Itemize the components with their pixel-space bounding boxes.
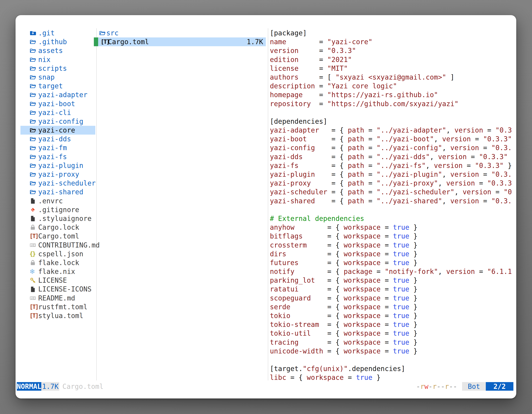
list-item-flake.lock[interactable]: flake.lock (20, 258, 95, 267)
list-item-yazi-fm[interactable]: yazi-fm (20, 143, 95, 152)
preview-line (270, 356, 515, 364)
list-item-stylua.toml[interactable]: [T]stylua.toml (20, 311, 95, 320)
preview-line: name = "yazi-core" (270, 38, 515, 46)
file-name: nix (38, 55, 50, 64)
preview-line: tokio = { workspace = true } (270, 311, 515, 320)
toml-icon: [T] (29, 312, 38, 319)
folder-open-icon (29, 91, 38, 98)
file-name: scripts (38, 64, 67, 73)
folder-open-icon (29, 154, 38, 160)
preview-line: repository = "https://github.com/sxyazi/… (270, 99, 515, 108)
folder-open-icon (29, 136, 38, 142)
list-item-cspell.json[interactable]: {}cspell.json (20, 250, 95, 258)
folder-open-icon (29, 83, 38, 89)
folder-open-icon (29, 65, 38, 72)
list-item-.gitignore[interactable]: .gitignore (20, 205, 95, 214)
preview-line: libc = { workspace = true } (270, 373, 515, 382)
folder-open-icon (29, 127, 38, 134)
list-item-license[interactable]: LICENSE (20, 276, 95, 285)
list-item-target[interactable]: target (20, 82, 95, 90)
preview-line: yazi-shared = { path = "../yazi-shared",… (270, 197, 515, 205)
file-name: .styluaignore (38, 214, 92, 223)
folder-open-icon (29, 144, 38, 151)
list-item-yazi-shared[interactable]: yazi-shared (20, 188, 95, 196)
file-name: .gitignore (38, 205, 79, 214)
file-name: rustfmt.toml (38, 303, 87, 311)
list-item-.github[interactable]: .github (20, 38, 95, 46)
file-name: yazi-plugin (38, 161, 83, 170)
preview-line: anyhow = { workspace = true } (270, 223, 515, 232)
preview-line: ratatui = { workspace = true } (270, 285, 515, 294)
folder-open-icon (29, 118, 38, 125)
list-item-.git[interactable]: .git (20, 29, 95, 38)
list-item-yazi-fs[interactable]: yazi-fs (20, 152, 95, 161)
permission-char: - (437, 383, 441, 390)
preview-line: bitflags = { workspace = true } (270, 232, 515, 241)
preview-line: notify = { package = "notify-fork", vers… (270, 267, 515, 276)
list-item-snap[interactable]: snap (20, 73, 95, 82)
preview-line: yazi-proxy = { path = "../yazi-proxy", v… (270, 179, 515, 188)
json-braces-icon: {} (29, 250, 38, 257)
file-preview-pane[interactable]: [package]name = "yazi-core"version = "0.… (270, 29, 515, 382)
status-spacer (104, 382, 416, 391)
list-item-rustfmt.toml[interactable]: [T]rustfmt.toml (20, 303, 95, 311)
preview-line: scopeguard = { workspace = true } (270, 294, 515, 303)
current-directory-pane[interactable]: src[T]Cargo.toml1.7K (94, 29, 266, 46)
preview-line (270, 205, 515, 214)
markdown-icon (29, 295, 38, 301)
permission-char: r (420, 383, 424, 390)
folder-open-icon (29, 109, 38, 116)
list-item-cargo.toml[interactable]: [T]Cargo.toml1.7K (94, 38, 266, 46)
preview-line: yazi-adapter = { path = "../yazi-adapter… (270, 126, 515, 135)
folder-open-icon (29, 100, 38, 107)
list-item-cargo.toml[interactable]: [T]Cargo.toml (20, 232, 95, 241)
permission-char: - (441, 383, 445, 390)
list-item-assets[interactable]: assets (20, 46, 95, 55)
permission-char: - (416, 383, 420, 390)
list-item-.styluaignore[interactable]: .styluaignore (20, 214, 95, 223)
preview-line: yazi-dds = { path = "../yazi-dds", versi… (270, 152, 515, 161)
list-item-readme.md[interactable]: README.md (20, 294, 95, 303)
list-item-.envrc[interactable]: .envrc (20, 197, 95, 205)
list-item-yazi-plugin[interactable]: yazi-plugin (20, 161, 95, 170)
file-icon (29, 286, 38, 293)
list-item-contributing.md[interactable]: CONTRIBUTING.md (20, 241, 95, 250)
preview-line: yazi-scheduler = { path = "../yazi-sched… (270, 188, 515, 196)
preview-line: [package] (270, 29, 515, 38)
file-name: yazi-cli (38, 108, 71, 117)
file-name: yazi-adapter (38, 90, 87, 99)
list-item-yazi-cli[interactable]: yazi-cli (20, 108, 95, 117)
yazi-window: .git.githubassetsnixscriptssnaptargetyaz… (16, 15, 516, 398)
preview-line: yazi-fs = { path = "../yazi-fs", version… (270, 161, 515, 170)
file-size-badge: 1.7K (41, 382, 59, 391)
parent-directory-pane[interactable]: .git.githubassetsnixscriptssnaptargetyaz… (20, 29, 95, 320)
list-item-scripts[interactable]: scripts (20, 64, 95, 73)
list-item-yazi-proxy[interactable]: yazi-proxy (20, 170, 95, 179)
list-item-yazi-config[interactable]: yazi-config (20, 117, 95, 126)
preview-line: [target."cfg(unix)".dependencies] (270, 364, 515, 373)
list-item-yazi-boot[interactable]: yazi-boot (20, 99, 95, 108)
file-name: flake.lock (38, 258, 79, 267)
preview-line: description = "Yazi core logic" (270, 82, 515, 90)
list-item-flake.nix[interactable]: ❄flake.nix (20, 267, 95, 276)
list-item-cargo.lock[interactable]: Cargo.lock (20, 223, 95, 232)
list-item-yazi-dds[interactable]: yazi-dds (20, 135, 95, 143)
file-name: .github (38, 38, 67, 46)
toml-icon: [T] (29, 233, 38, 240)
preview-line: dirs = { workspace = true } (270, 250, 515, 258)
file-name: Cargo.lock (38, 223, 79, 232)
folder-open-icon (29, 39, 38, 45)
cursor-counter-badge: 2/2 (486, 382, 513, 391)
status-bar: NORMAL 1.7K Cargo.toml -rw-r--r-- Bot 2/… (17, 382, 513, 391)
list-item-src[interactable]: src (94, 29, 266, 38)
preview-line: crossterm = { workspace = true } (270, 241, 515, 250)
preview-line: tokio-util = { workspace = true } (270, 329, 515, 338)
list-item-yazi-core[interactable]: yazi-core (20, 126, 95, 135)
list-item-license-icons[interactable]: LICENSE-ICONS (20, 285, 95, 294)
list-item-yazi-adapter[interactable]: yazi-adapter (20, 90, 95, 99)
file-name: yazi-fs (38, 152, 67, 161)
file-icon (29, 215, 38, 222)
list-item-yazi-scheduler[interactable]: yazi-scheduler (20, 179, 95, 188)
list-item-nix[interactable]: nix (20, 55, 95, 64)
file-name: README.md (38, 294, 75, 303)
